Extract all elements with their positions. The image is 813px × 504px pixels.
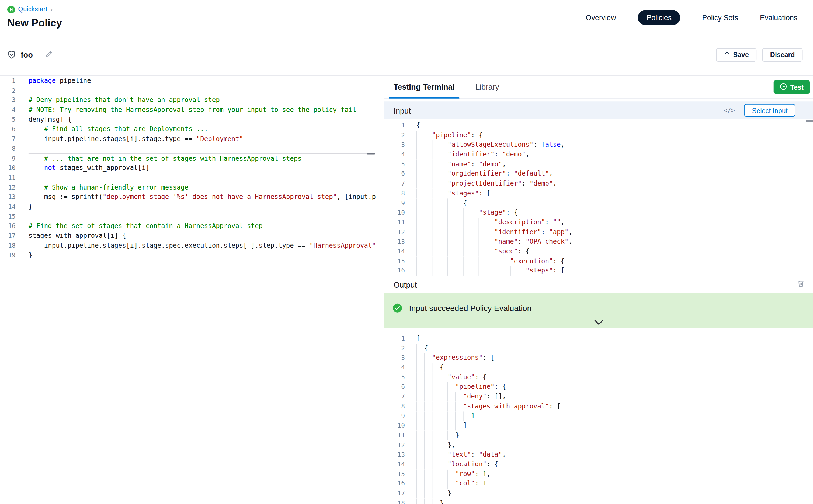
code-line[interactable]: 12 "identifier": "app", — [384, 227, 813, 237]
code-line[interactable]: 12 }, — [384, 440, 813, 450]
new-policy-page: Quickstart › New Policy Overview Policie… — [0, 0, 813, 504]
code-line[interactable]: 13 "name": "OPA check", — [384, 237, 813, 247]
code-line[interactable]: 8 "stages_with_approval": [ — [384, 401, 813, 411]
testing-panel-tabs: Testing Terminal Library Test — [384, 76, 813, 99]
code-line[interactable]: 5 "name": "demo", — [384, 159, 813, 169]
code-line[interactable]: 9 { — [384, 198, 813, 208]
policy-toolbar: foo Save Discard — [0, 34, 813, 76]
pencil-icon — [45, 50, 53, 59]
line-number: 12 — [384, 227, 405, 237]
code-line[interactable]: 16 "col": 1 — [384, 479, 813, 489]
code-line[interactable]: 7 "deny": [], — [384, 392, 813, 401]
code-line[interactable]: 5deny[msg] { — [0, 115, 384, 125]
code-line[interactable]: 1{ — [384, 121, 813, 130]
line-number: 13 — [0, 193, 16, 202]
policy-code-editor[interactable]: 1package pipeline23# Deny pipelines that… — [0, 76, 384, 504]
line-number: 8 — [384, 188, 405, 198]
code-line[interactable]: 15 "row": 1, — [384, 469, 813, 479]
code-line[interactable]: 11 — [0, 173, 384, 183]
play-circle-icon — [780, 83, 787, 92]
clear-output-button[interactable] — [797, 280, 805, 289]
test-button[interactable]: Test — [774, 80, 810, 94]
code-line[interactable]: 5 "value": { — [384, 372, 813, 382]
code-line[interactable]: 1[ — [384, 334, 813, 344]
code-line[interactable]: 12 # Show a human-friendly error message — [0, 183, 384, 193]
code-line[interactable]: 14} — [0, 202, 384, 212]
code-line[interactable]: 10 "stage": { — [384, 208, 813, 218]
fold-indicator[interactable] — [367, 153, 375, 155]
code-line[interactable]: 19} — [0, 250, 384, 260]
select-input-button[interactable]: Select Input — [744, 104, 795, 117]
line-number: 3 — [384, 353, 405, 363]
code-line[interactable]: 8 — [0, 144, 384, 154]
code-line[interactable]: 1package pipeline — [0, 76, 384, 86]
breadcrumb-link-quickstart[interactable]: Quickstart — [18, 6, 47, 13]
line-number: 11 — [0, 173, 16, 183]
testing-panel: Testing Terminal Library Test Input </> — [384, 76, 813, 504]
code-line[interactable]: 4# NOTE: Try removing the HarnessApprova… — [0, 105, 384, 115]
discard-button-label: Discard — [770, 51, 795, 59]
line-number: 10 — [0, 163, 16, 173]
code-line[interactable]: 9 # ... that are not in the set of stage… — [0, 154, 384, 163]
code-line[interactable]: 2 "pipeline": { — [384, 130, 813, 140]
nav-item-policies[interactable]: Policies — [638, 10, 681, 25]
code-line[interactable]: 17stages_with_approval[i] { — [0, 231, 384, 241]
code-line[interactable]: 11 } — [384, 431, 813, 440]
code-view-icon[interactable]: </> — [724, 107, 735, 114]
expand-details-button[interactable] — [594, 319, 604, 327]
edit-name-button[interactable] — [45, 50, 53, 59]
line-number: 12 — [0, 183, 16, 193]
evaluation-success-banner: Input succeeded Policy Evaluation — [384, 293, 813, 328]
code-line[interactable]: 15 "execution": { — [384, 256, 813, 266]
code-line[interactable]: 10 not stages_with_approval[i] — [0, 163, 384, 173]
code-line[interactable]: 15 — [0, 212, 384, 221]
code-line[interactable]: 6 "orgIdentifier": "default", — [384, 169, 813, 179]
code-line[interactable]: 4 { — [384, 363, 813, 372]
code-line[interactable]: 6 "pipeline": { — [384, 382, 813, 392]
output-title: Output — [393, 280, 417, 289]
output-json-editor[interactable]: 1[2 {3 "expressions": [4 {5 "value": {6 … — [384, 328, 813, 504]
line-number: 7 — [0, 134, 16, 144]
line-number: 3 — [384, 140, 405, 150]
tab-testing-terminal[interactable]: Testing Terminal — [389, 76, 459, 98]
code-line[interactable]: 2 { — [384, 344, 813, 353]
code-line[interactable]: 8 "stages": [ — [384, 188, 813, 198]
tab-library[interactable]: Library — [471, 76, 504, 98]
nav-item-evaluations[interactable]: Evaluations — [760, 13, 797, 22]
nav-item-overview[interactable]: Overview — [586, 13, 616, 22]
code-line[interactable]: 3# Deny pipelines that don't have an app… — [0, 96, 384, 105]
code-line[interactable]: 16 "steps": [ — [384, 266, 813, 276]
code-line[interactable]: 14 "spec": { — [384, 247, 813, 256]
nav-item-policy-sets[interactable]: Policy Sets — [702, 13, 738, 22]
code-line[interactable]: 16# Find the set of stages that contain … — [0, 221, 384, 231]
code-line[interactable]: 7 "projectIdentifier": "demo", — [384, 179, 813, 188]
code-line[interactable]: 6 # Find all stages that are Deployments… — [0, 125, 384, 134]
discard-button[interactable]: Discard — [762, 48, 803, 61]
code-line[interactable]: 18 input.pipeline.stages[i].stage.spec.e… — [0, 241, 384, 250]
code-line[interactable]: 9 1 — [384, 411, 813, 421]
save-button[interactable]: Save — [716, 48, 757, 61]
code-line[interactable]: 10 ] — [384, 421, 813, 431]
code-line[interactable]: 3 "expressions": [ — [384, 353, 813, 363]
code-line[interactable]: 3 "allowStageExecutions": false, — [384, 140, 813, 150]
code-line[interactable]: 13 "text": "data", — [384, 450, 813, 460]
code-line[interactable]: 14 "location": { — [384, 460, 813, 469]
code-line[interactable]: 11 "description": "", — [384, 218, 813, 227]
code-line[interactable]: 18 } — [384, 498, 813, 504]
line-number: 11 — [384, 218, 405, 227]
code-line[interactable]: 4 "identifier": "demo", — [384, 150, 813, 159]
input-json-editor[interactable]: 1{2 "pipeline": {3 "allowStageExecutions… — [384, 119, 813, 276]
code-line[interactable]: 17 } — [384, 489, 813, 498]
line-number: 1 — [384, 121, 405, 130]
line-number: 16 — [0, 221, 16, 231]
code-line[interactable]: 2 — [0, 86, 384, 96]
line-number: 8 — [384, 401, 405, 411]
line-number: 6 — [384, 169, 405, 179]
output-section-header: Output — [384, 276, 813, 293]
code-line[interactable]: 7 input.pipeline.stages[i].stage.type ==… — [0, 134, 384, 144]
line-number: 1 — [384, 334, 405, 344]
code-line[interactable]: 13 msg := sprintf("deployment stage '%s'… — [0, 193, 384, 202]
line-number: 9 — [0, 154, 16, 163]
line-number: 8 — [0, 144, 16, 154]
input-title: Input — [393, 106, 411, 115]
